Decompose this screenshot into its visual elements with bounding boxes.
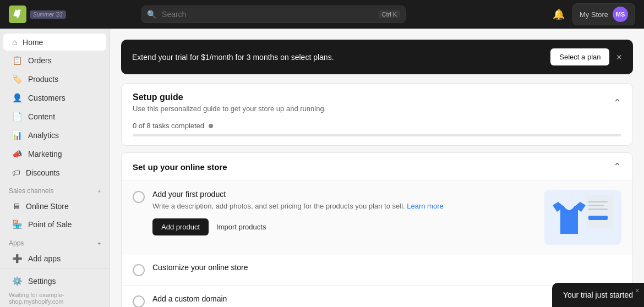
- sales-channels-section: Sales channels +: [0, 182, 110, 197]
- svg-rect-3: [588, 205, 604, 206]
- online-store-icon: 🖥: [12, 201, 20, 211]
- task-domain-circle: [133, 295, 145, 307]
- sidebar-item-content[interactable]: 📄 Content: [3, 108, 106, 125]
- sidebar: ⌂ Home 📋 Orders 🏷️ Products 👤 Customers …: [0, 29, 110, 307]
- search-icon: 🔍: [147, 10, 156, 19]
- sidebar-item-customers[interactable]: 👤 Customers: [3, 89, 106, 107]
- avatar: MS: [613, 7, 628, 22]
- svg-rect-5: [588, 216, 608, 220]
- shirt-svg: [550, 193, 616, 242]
- task-customize-store[interactable]: Customize your online store: [122, 254, 632, 286]
- sidebar-bottom: ⚙️ Settings Waiting for example-shop.mys…: [0, 268, 110, 307]
- trial-toast-close-button[interactable]: ×: [635, 286, 640, 295]
- notifications-bell[interactable]: 🔔: [550, 6, 567, 23]
- task-customize-circle: [133, 264, 145, 276]
- sidebar-item-home-label: Home: [23, 38, 43, 47]
- progress-dot-icon: [209, 124, 213, 128]
- topnav: Summer '23 🔍 Ctrl K 🔔 My Store MS: [0, 0, 644, 29]
- sidebar-item-discounts-label: Discounts: [26, 168, 59, 177]
- sales-channels-expand-icon[interactable]: +: [97, 188, 101, 194]
- progress-bar-track: [133, 134, 621, 136]
- task-add-product-circle: [133, 191, 145, 203]
- sidebar-item-add-apps[interactable]: ➕ Add apps: [3, 250, 106, 267]
- discounts-icon: 🏷: [12, 168, 20, 177]
- sidebar-item-content-label: Content: [28, 112, 55, 121]
- product-illustration: [544, 190, 621, 245]
- learn-more-link[interactable]: Learn more: [407, 202, 443, 210]
- sidebar-item-marketing[interactable]: 📣 Marketing: [3, 145, 106, 163]
- sidebar-item-add-apps-label: Add apps: [28, 254, 61, 263]
- trial-toast-text: Your trial just started: [563, 290, 633, 299]
- task-add-product-title: Add your first product: [152, 190, 537, 199]
- sidebar-footer-text: Waiting for example-shop.myshopify.com: [0, 290, 110, 307]
- home-icon: ⌂: [12, 37, 17, 47]
- orders-icon: 📋: [12, 56, 23, 65]
- setup-guide-header-left: Setup guide Use this personalized guide …: [133, 92, 326, 113]
- search-bar[interactable]: 🔍 Ctrl K: [141, 6, 406, 23]
- marketing-icon: 📣: [12, 149, 23, 159]
- sidebar-item-online-store-label: Online Store: [26, 202, 69, 211]
- setup-guide-header[interactable]: Setup guide Use this personalized guide …: [122, 84, 632, 122]
- store-name-label: My Store: [580, 10, 608, 19]
- products-icon: 🏷️: [12, 74, 23, 84]
- sidebar-item-discounts[interactable]: 🏷 Discounts: [3, 164, 106, 181]
- shopify-logo-icon: [9, 6, 26, 23]
- online-store-collapse-icon[interactable]: ⌃: [613, 161, 621, 173]
- sidebar-item-analytics[interactable]: 📊 Analytics: [3, 127, 106, 144]
- add-product-button[interactable]: Add product: [152, 218, 209, 235]
- topnav-actions: 🔔 My Store MS: [550, 3, 635, 25]
- sidebar-item-point-of-sale-label: Point of Sale: [28, 220, 72, 229]
- setup-guide-progress: 0 of 8 tasks completed: [122, 122, 632, 145]
- setup-guide-collapse-icon[interactable]: ⌃: [613, 97, 621, 109]
- trial-banner: Extend your trial for $1/month for 3 mon…: [121, 40, 633, 74]
- logo[interactable]: Summer '23: [9, 6, 66, 23]
- task-customize-title: Customize your online store: [152, 263, 621, 272]
- task-add-product[interactable]: Add your first product Write a descripti…: [122, 181, 632, 254]
- settings-icon: ⚙️: [12, 276, 23, 286]
- progress-text: 0 of 8 tasks completed: [133, 122, 204, 130]
- sidebar-item-products[interactable]: 🏷️ Products: [3, 70, 106, 88]
- point-of-sale-icon: 🏪: [12, 220, 23, 229]
- banner-close-button[interactable]: ×: [616, 52, 622, 62]
- sidebar-item-online-store[interactable]: 🖥 Online Store: [3, 198, 106, 215]
- sidebar-item-home[interactable]: ⌂ Home: [3, 34, 106, 51]
- progress-label: 0 of 8 tasks completed: [133, 122, 621, 130]
- add-apps-icon: ➕: [12, 254, 23, 264]
- task-domain-title: Add a custom domain: [152, 294, 621, 303]
- search-shortcut: Ctrl K: [379, 10, 401, 18]
- svg-rect-4: [588, 209, 608, 210]
- select-plan-button[interactable]: Select a plan: [550, 48, 609, 65]
- sidebar-item-point-of-sale[interactable]: 🏪 Point of Sale: [3, 216, 106, 233]
- import-products-button[interactable]: Import products: [214, 218, 268, 235]
- setup-guide-title: Setup guide: [133, 92, 326, 102]
- apps-label: Apps: [9, 239, 24, 247]
- sidebar-item-settings[interactable]: ⚙️ Settings: [3, 272, 106, 290]
- customers-icon: 👤: [12, 93, 23, 103]
- summer-badge: Summer '23: [30, 10, 66, 19]
- search-input[interactable]: [141, 6, 406, 23]
- store-selector-button[interactable]: My Store MS: [572, 3, 635, 25]
- svg-rect-1: [586, 195, 613, 228]
- content-icon: 📄: [12, 112, 23, 122]
- app-body: ⌂ Home 📋 Orders 🏷️ Products 👤 Customers …: [0, 29, 644, 307]
- online-store-section-title: Set up your online store: [133, 162, 227, 172]
- analytics-icon: 📊: [12, 130, 23, 140]
- sidebar-item-settings-label: Settings: [28, 277, 56, 286]
- banner-text: Extend your trial for $1/month for 3 mon…: [132, 53, 334, 62]
- online-store-section-header[interactable]: Set up your online store ⌃: [122, 153, 632, 181]
- banner-actions: Select a plan ×: [550, 48, 622, 65]
- sidebar-item-products-label: Products: [28, 75, 58, 84]
- sidebar-item-orders[interactable]: 📋 Orders: [3, 52, 106, 69]
- task-domain-body: Add a custom domain: [152, 294, 621, 305]
- main-content: Extend your trial for $1/month for 3 mon…: [110, 29, 644, 307]
- sidebar-item-analytics-label: Analytics: [28, 131, 59, 140]
- sales-channels-label: Sales channels: [9, 187, 53, 195]
- setup-guide-card: Setup guide Use this personalized guide …: [121, 83, 633, 146]
- task-add-product-desc: Write a description, add photos, and set…: [152, 201, 537, 212]
- sidebar-item-marketing-label: Marketing: [28, 150, 62, 158]
- task-add-product-body: Add your first product Write a descripti…: [152, 190, 537, 235]
- apps-expand-icon[interactable]: +: [97, 240, 101, 246]
- trial-toast: Your trial just started ×: [552, 283, 644, 307]
- task-customize-body: Customize your online store: [152, 263, 621, 274]
- apps-section: Apps +: [0, 234, 110, 249]
